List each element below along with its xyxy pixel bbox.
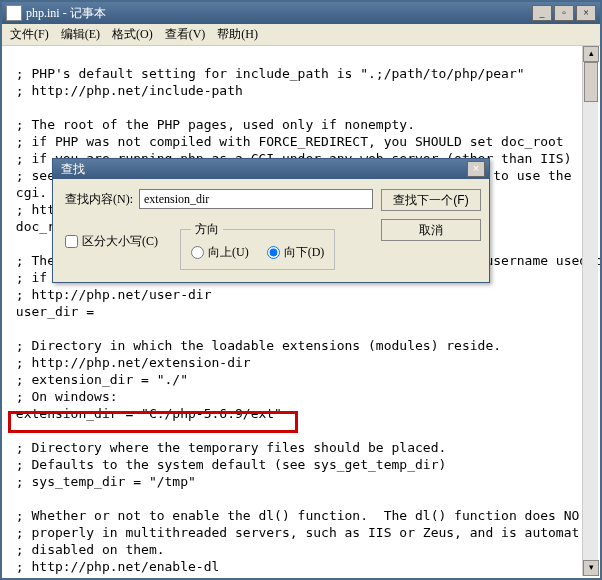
direction-down-radio[interactable]: 向下(D): [267, 244, 325, 261]
maximize-button[interactable]: ▫: [554, 5, 574, 21]
direction-legend: 方向: [191, 221, 223, 238]
case-sensitive-checkbox[interactable]: 区分大小写(C): [65, 233, 158, 250]
find-dialog: 查找 × 查找内容(N): 区分大小写(C) 方向 向上(U): [52, 158, 490, 283]
notepad-window: php.ini - 记事本 _ ▫ × 文件(F) 编辑(E) 格式(O) 查看…: [0, 0, 602, 580]
main-titlebar[interactable]: php.ini - 记事本 _ ▫ ×: [2, 2, 600, 24]
radio-down-input[interactable]: [267, 246, 280, 259]
cancel-button[interactable]: 取消: [381, 219, 481, 241]
menu-format[interactable]: 格式(O): [106, 24, 159, 45]
vertical-scrollbar[interactable]: ▴ ▾: [582, 46, 598, 576]
menu-edit[interactable]: 编辑(E): [55, 24, 106, 45]
menu-view[interactable]: 查看(V): [159, 24, 212, 45]
scroll-up-button[interactable]: ▴: [583, 46, 599, 62]
case-label: 区分大小写(C): [82, 233, 158, 250]
menubar: 文件(F) 编辑(E) 格式(O) 查看(V) 帮助(H): [2, 24, 600, 46]
close-button[interactable]: ×: [576, 5, 596, 21]
menu-help[interactable]: 帮助(H): [211, 24, 264, 45]
minimize-button[interactable]: _: [532, 5, 552, 21]
radio-up-input[interactable]: [191, 246, 204, 259]
find-next-button[interactable]: 查找下一个(F): [381, 189, 481, 211]
app-icon: [6, 5, 22, 21]
find-input[interactable]: [139, 189, 373, 209]
direction-up-radio[interactable]: 向上(U): [191, 244, 249, 261]
scroll-thumb[interactable]: [584, 62, 598, 102]
dialog-title: 查找: [57, 161, 467, 178]
case-checkbox-input[interactable]: [65, 235, 78, 248]
window-title: php.ini - 记事本: [26, 5, 532, 22]
menu-file[interactable]: 文件(F): [4, 24, 55, 45]
find-label: 查找内容(N):: [65, 191, 133, 208]
dialog-titlebar[interactable]: 查找 ×: [53, 159, 489, 179]
radio-up-label: 向上(U): [208, 244, 249, 261]
scroll-down-button[interactable]: ▾: [583, 560, 599, 576]
direction-fieldset: 方向 向上(U) 向下(D): [180, 221, 335, 270]
text-content[interactable]: ; PHP's default setting for include_path…: [2, 46, 600, 578]
dialog-close-button[interactable]: ×: [467, 161, 485, 177]
radio-down-label: 向下(D): [284, 244, 325, 261]
